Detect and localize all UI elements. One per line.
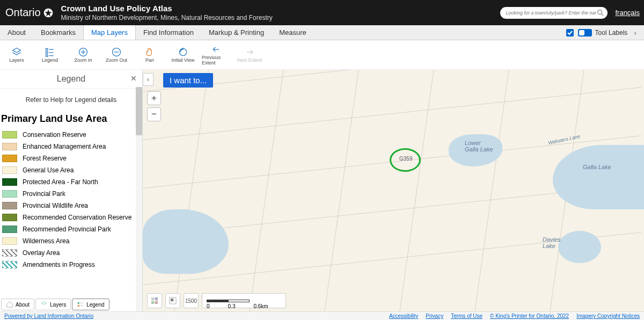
legend-label: Provincial Park — [23, 190, 65, 198]
svg-rect-23 — [155, 301, 158, 304]
tool-layers[interactable]: Layers — [2, 47, 31, 63]
legend-help-text: Refer to Help for Legend details — [0, 93, 142, 111]
scrollbar-thumb[interactable] — [136, 87, 142, 135]
previous-extent-icon — [211, 44, 222, 55]
search-icon — [596, 9, 605, 17]
legend-section-title: Primary Land Use Area — [0, 111, 142, 129]
i-want-to-button[interactable]: I want to... — [163, 73, 213, 88]
svg-line-2 — [602, 13, 603, 15]
footer-terms[interactable]: Terms of Use — [451, 313, 482, 319]
legend-row: Recommended Provincial Park — [0, 223, 142, 235]
svg-rect-25 — [171, 299, 173, 301]
legend-swatch — [2, 155, 17, 162]
legend-label: Wilderness Area — [23, 237, 69, 245]
legend-label: Protected Area - Far North — [23, 178, 98, 186]
legend-row: Protected Area - Far North — [0, 176, 142, 188]
sidebar-tab-layers[interactable]: Layers — [35, 299, 71, 310]
legend-panel: Legend ✕ Refer to Help for Legend detail… — [0, 70, 143, 311]
menu-map-layers[interactable]: Map Layers — [83, 25, 136, 40]
svg-rect-4 — [46, 48, 48, 50]
tool-pan[interactable]: Pan — [135, 47, 164, 63]
menu-bookmarks[interactable]: Bookmarks — [33, 25, 83, 40]
legend-swatch — [2, 261, 17, 268]
layers-icon — [40, 301, 48, 308]
tool-zoom-in[interactable]: Zoom In — [69, 47, 98, 63]
legend-swatch — [2, 237, 17, 245]
zoom-in-icon — [78, 47, 89, 57]
chevron-right-icon[interactable]: › — [631, 28, 640, 37]
legend-row: Enhanced Management Area — [0, 141, 142, 152]
legend-label: Recommended Provincial Park — [23, 226, 111, 233]
svg-rect-6 — [46, 52, 48, 53]
map-zoom-in-button[interactable]: + — [147, 91, 161, 105]
tool-zoom-out[interactable]: Zoom Out — [102, 47, 131, 63]
legend-label: General Use Area — [23, 166, 74, 174]
svg-rect-21 — [155, 297, 158, 300]
overview-button[interactable] — [165, 293, 180, 308]
basemap-button[interactable] — [147, 293, 162, 308]
legend-row: Conservation Reserve — [0, 129, 142, 141]
legend-row: Overlay Area — [0, 247, 142, 259]
tool-labels-toggle[interactable] — [578, 29, 592, 37]
search-box[interactable] — [500, 7, 608, 19]
svg-rect-18 — [78, 305, 79, 307]
tool-legend[interactable]: Legend — [35, 47, 64, 63]
app-header: Ontario Crown Land Use Policy Atlas Mini… — [0, 0, 644, 25]
tool-next-extent: Next Extent — [235, 47, 264, 63]
collapse-sidebar-button[interactable]: ‹ — [143, 73, 153, 86]
map-zoom-out-button[interactable]: − — [147, 107, 161, 121]
footer: Powered by Land Information Ontario Acce… — [0, 311, 644, 320]
legend-scroll[interactable]: Refer to Help for Legend details Primary… — [0, 89, 142, 311]
legend-label: Provincial Wildlife Area — [23, 202, 88, 209]
menu-about[interactable]: About — [0, 25, 33, 40]
legend-row: Recommended Conservation Reserve — [0, 212, 142, 223]
zoom-out-icon — [111, 47, 122, 57]
legend-swatch — [2, 190, 17, 198]
layers-icon — [11, 47, 22, 57]
home-icon — [6, 301, 13, 308]
close-icon[interactable]: ✕ — [130, 74, 137, 83]
tool-labels-text: Tool Labels — [595, 29, 628, 37]
legend-swatch — [2, 178, 17, 186]
legend-swatch — [2, 249, 17, 257]
svg-point-1 — [597, 10, 602, 14]
footer-privacy[interactable]: Privacy — [426, 313, 443, 319]
ontario-logo-text: Ontario — [5, 6, 41, 19]
menu-markup-printing[interactable]: Markup & Printing — [201, 25, 272, 40]
tool-previous-extent[interactable]: Previous Extent — [202, 44, 231, 66]
footer-copyright[interactable]: © King's Printer for Ontario, 2022 — [490, 313, 569, 319]
footer-accessibility[interactable]: Accessibility — [389, 313, 418, 319]
footer-imagery[interactable]: Imagery Copyright Notices — [576, 313, 640, 319]
menubar: About Bookmarks Map Layers Find Informat… — [0, 25, 644, 40]
ontario-logo: Ontario — [5, 6, 54, 19]
legend-label: Forest Reserve — [23, 155, 67, 162]
legend-row: Wilderness Area — [0, 235, 142, 247]
language-link[interactable]: français — [615, 9, 640, 17]
legend-label: Amendments in Progress — [23, 261, 95, 268]
trillium-icon — [43, 8, 54, 18]
marker-label: G359 — [399, 156, 412, 162]
legend-icon — [77, 301, 84, 308]
scrollbar[interactable] — [136, 87, 142, 311]
legend-label: Recommended Conservation Reserve — [23, 214, 131, 221]
legend-swatch — [2, 143, 17, 150]
app-title: Crown Land Use Policy Atlas — [61, 4, 273, 13]
powered-by-link[interactable]: Powered by Land Information Ontario — [4, 313, 93, 319]
lake-label: Davies Lake — [543, 236, 561, 249]
next-extent-icon — [244, 47, 255, 57]
tool-initial-view[interactable]: Initial View — [169, 47, 197, 63]
app-subtitle: Ministry of Northern Development, Mines,… — [61, 14, 273, 21]
legend-panel-title: Legend ✕ — [0, 70, 142, 89]
scale-input[interactable]: 1500 — [184, 293, 199, 308]
menu-find-information[interactable]: Find Information — [136, 25, 201, 40]
map-viewport[interactable]: ‹ I want to... + − G359 Lower Galla Lake… — [143, 70, 644, 311]
lake-label: Galla Lake — [583, 164, 611, 170]
svg-rect-16 — [78, 302, 79, 304]
legend-swatch — [2, 214, 17, 221]
sidebar-tab-legend[interactable]: Legend — [72, 299, 109, 310]
search-input[interactable] — [506, 10, 596, 16]
svg-rect-20 — [151, 297, 154, 300]
menu-measure[interactable]: Measure — [272, 25, 314, 40]
legend-row: Forest Reserve — [0, 152, 142, 164]
sidebar-tab-about[interactable]: About — [1, 299, 34, 310]
